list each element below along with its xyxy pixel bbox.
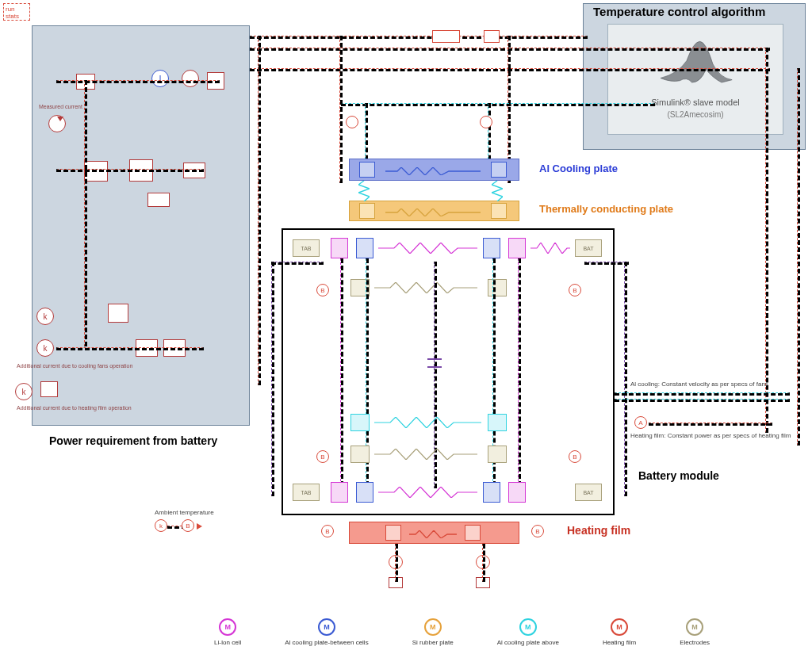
heating-film-note: Heating film: Constant power as per spec… <box>630 432 791 439</box>
wire-mag-r <box>518 258 521 493</box>
wire <box>84 80 87 346</box>
legend-swatch-icon: M <box>424 618 442 636</box>
heat-cell-left <box>385 525 401 541</box>
power-requirement-panel: Measured current I k k k Additional curr… <box>32 25 250 426</box>
spring-icon <box>492 181 503 201</box>
legend-label: Li-Ion cell <box>214 639 241 646</box>
legend-item: MHeating film <box>603 618 636 646</box>
cell-tl-2 <box>356 238 373 258</box>
resistor-icon <box>378 243 477 254</box>
wire <box>56 347 204 350</box>
block-top-mid2 <box>484 30 500 43</box>
cell-bl-2 <box>356 482 373 503</box>
al-cooling-note: Al cooling: Constant velocity as per spe… <box>630 381 768 388</box>
mass-block-r1 <box>488 279 507 296</box>
wire-purple-rt <box>584 262 629 265</box>
heating-film-note-small: Additional current due to heating film o… <box>17 405 132 411</box>
therm-conduct-plate <box>349 201 519 221</box>
b-node-l2: B <box>316 450 329 463</box>
wire-cyan-right2 <box>615 399 790 402</box>
block-generic-7 <box>108 304 128 323</box>
resistor-icon <box>385 167 481 175</box>
temp-node-1 <box>346 116 358 128</box>
wire-cyan-right <box>615 392 790 396</box>
resistor-icon <box>378 487 477 498</box>
mass-block-l2 <box>350 446 370 463</box>
resistor-icon <box>385 208 481 216</box>
legend-swatch-icon: M <box>686 618 703 636</box>
cell-tl-1 <box>331 238 348 258</box>
ambient-k-icon: k <box>155 519 167 532</box>
legend-swatch-icon: M <box>219 618 236 636</box>
legend-label: Al cooling plate-between cells <box>285 639 368 646</box>
b-node-r2: B <box>569 450 581 463</box>
legend-swatch-icon: M <box>519 618 537 636</box>
temp-control-title: Temperature control algorithm <box>593 5 765 18</box>
a-node: A <box>634 416 647 429</box>
al-cooling-plate <box>349 159 519 181</box>
ambient-b-icon: B <box>182 519 194 532</box>
legend-item: MAl cooling plate above <box>497 618 559 646</box>
measured-current-label: Measured current <box>39 104 82 109</box>
therm-cell-right <box>491 203 507 219</box>
round-block-1 <box>182 70 199 87</box>
block-top-mid <box>432 30 460 43</box>
battery-module-label: Battery module <box>638 469 719 482</box>
wire-heat-r <box>482 544 485 582</box>
legend-label: Heating film <box>603 639 636 646</box>
tab-block-bl: TAB <box>293 484 320 501</box>
resistor-icon <box>409 530 457 538</box>
al-cell-right <box>491 162 507 178</box>
legend-item: MLi-Ion cell <box>214 618 241 646</box>
wire-bus-top <box>250 36 588 39</box>
cell-br-2 <box>508 482 526 503</box>
legend-label: Al cooling plate above <box>497 639 559 646</box>
matlab-logo-icon <box>652 31 739 90</box>
power-req-title: Power requirement from battery <box>49 434 217 447</box>
gain-k-icon-1: k <box>36 308 54 325</box>
therm-conduct-label: Thermally conducting plate <box>539 203 673 215</box>
cell-tr-1 <box>483 238 500 258</box>
legend-row: MLi-Ion cellMAl cooling plate-between ce… <box>214 618 710 646</box>
simulink-card: Simulink® slave model (SL2Amecosim) <box>607 24 783 135</box>
al-cell-left <box>359 162 375 178</box>
b-node-r1: B <box>569 284 581 296</box>
wire <box>56 80 220 83</box>
spring-icon <box>358 181 370 201</box>
wire-mag-l <box>340 258 343 493</box>
resistor-icon <box>530 243 570 254</box>
wire-v-1 <box>339 36 343 183</box>
wire-heat-l <box>395 544 398 582</box>
temp-control-panel: Simulink® slave model (SL2Amecosim) <box>583 3 806 150</box>
legend-label: Si rubber plate <box>412 639 454 646</box>
legend-item: MAl cooling plate-between cells <box>285 618 368 646</box>
wire-v-left <box>258 36 261 385</box>
wire-purple-lt <box>271 262 324 265</box>
legend-swatch-icon: M <box>318 618 335 636</box>
cell-br-1 <box>483 482 500 503</box>
tab-block-tl: TAB <box>293 239 320 257</box>
bat-block-br: BAT <box>575 484 602 501</box>
wire-purple-l <box>271 262 274 496</box>
gain-k-icon-3: k <box>15 383 33 400</box>
battery-module-box: TAB BAT B B B B <box>282 228 615 515</box>
wire-v-3 <box>765 48 768 433</box>
wire-cyan-v2 <box>488 103 491 167</box>
heat-cell-right <box>465 525 481 541</box>
legend-item: MSi rubber plate <box>412 618 454 646</box>
wire-v-4 <box>797 68 800 446</box>
cyan-block-r <box>488 414 507 431</box>
legend-item: MElectrodes <box>680 618 710 646</box>
sensor-arrow-icon <box>57 117 63 121</box>
mass-block-r2 <box>488 446 507 463</box>
run-stats-badge: run stats <box>3 3 30 21</box>
wire-red-right <box>649 423 772 426</box>
legend-swatch-icon: M <box>611 618 628 636</box>
capacitor-icon <box>427 353 442 373</box>
wire-cyan-1 <box>341 103 655 106</box>
gain-k-icon-2: k <box>36 339 54 357</box>
cooling-fans-note: Additional current due to cooling fans o… <box>17 363 132 369</box>
cell-tr-2 <box>508 238 526 258</box>
cyan-block-l <box>350 414 370 431</box>
wire <box>56 169 204 172</box>
